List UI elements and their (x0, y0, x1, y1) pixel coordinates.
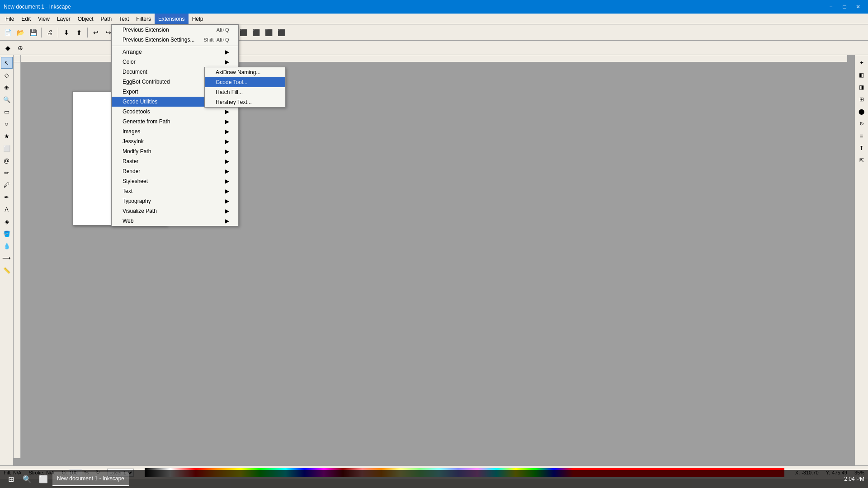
menu-jessyink[interactable]: JessyInk ▶ (112, 136, 238, 146)
menu-render[interactable]: Render ▶ (112, 166, 238, 176)
menu-axidraw-naming[interactable]: AxiDraw Naming... (205, 67, 285, 77)
open-button[interactable]: 📂 (14, 27, 26, 38)
menu-extensions[interactable]: Extensions (155, 14, 189, 24)
menu-color[interactable]: Color ▶ (112, 57, 238, 67)
menu-prev-extension-settings[interactable]: Previous Extension Settings... Shift+Alt… (112, 35, 238, 45)
node-tool[interactable]: ◇ (1, 69, 13, 81)
search-icon[interactable]: 🔍 (20, 472, 34, 486)
app-title: New document 1 - Inkscape (4, 4, 71, 10)
menu-visualize-path[interactable]: Visualize Path ▶ (112, 206, 238, 216)
spiral-tool[interactable]: @ (1, 155, 13, 166)
align-bottom-button[interactable]: ⬛ (275, 27, 287, 38)
xml-editor-button[interactable]: ✦ (856, 57, 868, 69)
menu-prev-extension[interactable]: Previous Extension Alt+Q (112, 25, 238, 35)
menu-hershey-text[interactable]: Hershey Text... (205, 97, 285, 107)
tweak-tool[interactable]: ⊕ (1, 81, 13, 93)
toolbox: ↖ ◇ ⊕ 🔍 ▭ ○ ★ ⬜ @ ✏ 🖊 ✒ A ◈ 🪣 💧 ⟶ 📏 (0, 55, 14, 465)
menu-stylesheet[interactable]: Stylesheet ▶ (112, 176, 238, 186)
menu-raster[interactable]: Raster ▶ (112, 156, 238, 166)
menu-typography[interactable]: Typography ▶ (112, 196, 238, 206)
paint-bucket-tool[interactable]: 🪣 (1, 228, 13, 239)
toolbar-sep3 (87, 28, 88, 38)
node-button[interactable]: ◆ (2, 42, 14, 54)
align-distribute-button[interactable]: ≡ (856, 130, 868, 142)
inkscape-taskbar-button[interactable]: New document 1 - Inkscape (52, 472, 129, 486)
align-right-button[interactable]: ⬛ (237, 27, 249, 38)
align-middle-button[interactable]: ⬛ (263, 27, 274, 38)
transform-button[interactable]: ↻ (856, 118, 868, 130)
snap-button[interactable]: ⊕ (14, 42, 26, 54)
zoom-tool[interactable]: 🔍 (1, 94, 13, 105)
time-display: 2:04 PM (844, 476, 864, 482)
minimize-button[interactable]: − (825, 0, 837, 13)
fill-stroke-button[interactable]: ⬤ (856, 106, 868, 117)
menu-arrange[interactable]: Arrange ▶ (112, 47, 238, 57)
toolbar-sep2 (58, 28, 58, 38)
right-panel: ✦ ◧ ◨ ⊞ ⬤ ↻ ≡ T ⇱ (854, 55, 868, 465)
menu-modify-path[interactable]: Modify Path ▶ (112, 146, 238, 156)
save-button[interactable]: 💾 (27, 27, 39, 38)
menu-layer[interactable]: Layer (53, 14, 74, 24)
menu-gcode-tool[interactable]: Gcode Tool... (205, 77, 285, 87)
taskbar-clock: 2:04 PM (844, 476, 864, 482)
star-tool[interactable]: ★ (1, 130, 13, 142)
menu-generate-from-path[interactable]: Generate from Path ▶ (112, 117, 238, 127)
menu-sep1 (112, 46, 238, 46)
menu-text-ext[interactable]: Text ▶ (112, 186, 238, 196)
rect-tool[interactable]: ▭ (1, 106, 13, 117)
menu-help[interactable]: Help (189, 14, 207, 24)
menu-file[interactable]: File (2, 14, 18, 24)
close-button[interactable]: ✕ (852, 0, 864, 13)
taskview-icon[interactable]: ⬜ (36, 472, 51, 486)
menu-gcodetools[interactable]: Gcodetools ▶ (112, 107, 238, 117)
extensions-dropdown: Previous Extension Alt+Q Previous Extens… (111, 24, 239, 226)
pencil-tool[interactable]: ✏ (1, 167, 13, 178)
menu-view[interactable]: View (34, 14, 53, 24)
menubar: File Edit View Layer Object Path Text Fi… (0, 14, 868, 24)
text-tool[interactable]: A (1, 203, 13, 215)
menu-path[interactable]: Path (97, 14, 116, 24)
pen-tool[interactable]: 🖊 (1, 179, 13, 191)
circle-tool[interactable]: ○ (1, 118, 13, 130)
menu-images[interactable]: Images ▶ (112, 127, 238, 136)
select-tool[interactable]: ↖ (1, 57, 13, 69)
3d-box-tool[interactable]: ⬜ (1, 142, 13, 154)
menu-filters[interactable]: Filters (132, 14, 155, 24)
symbols-button[interactable]: ⊞ (856, 94, 868, 105)
menu-edit[interactable]: Edit (18, 14, 34, 24)
connector-tool[interactable]: ⟶ (1, 252, 13, 264)
dropper-tool[interactable]: 💧 (1, 240, 13, 252)
menu-object[interactable]: Object (74, 14, 97, 24)
menu-text[interactable]: Text (115, 14, 132, 24)
layers-button[interactable]: ◧ (856, 69, 868, 81)
taskbar: ⊞ 🔍 ⬜ New document 1 - Inkscape 2:04 PM (0, 470, 868, 488)
menu-web[interactable]: Web ▶ (112, 216, 238, 226)
export-png-button[interactable]: ⇱ (856, 155, 868, 166)
toolbar-sep1 (41, 28, 42, 38)
align-top-button[interactable]: ⬛ (250, 27, 262, 38)
calligraphy-tool[interactable]: ✒ (1, 191, 13, 203)
export-button[interactable]: ⬆ (73, 27, 85, 38)
objects-button[interactable]: ◨ (856, 81, 868, 93)
gradient-tool[interactable]: ◈ (1, 216, 13, 227)
maximize-button[interactable]: □ (838, 0, 851, 13)
menu-hatch-fill[interactable]: Hatch Fill... (205, 87, 285, 97)
undo-button[interactable]: ↩ (90, 27, 102, 38)
inkscape-taskbar-label: New document 1 - Inkscape (57, 475, 124, 482)
new-button[interactable]: 📄 (2, 27, 14, 38)
text-format-button[interactable]: T (856, 142, 868, 154)
measure-tool[interactable]: 📏 (1, 264, 13, 276)
start-button[interactable]: ⊞ (4, 472, 18, 486)
import-button[interactable]: ⬇ (61, 27, 72, 38)
print-button[interactable]: 🖨 (44, 27, 56, 38)
gcode-submenu: AxiDraw Naming... Gcode Tool... Hatch Fi… (204, 67, 286, 108)
titlebar: New document 1 - Inkscape − □ ✕ (0, 0, 868, 14)
window-controls: − □ ✕ (825, 0, 864, 13)
